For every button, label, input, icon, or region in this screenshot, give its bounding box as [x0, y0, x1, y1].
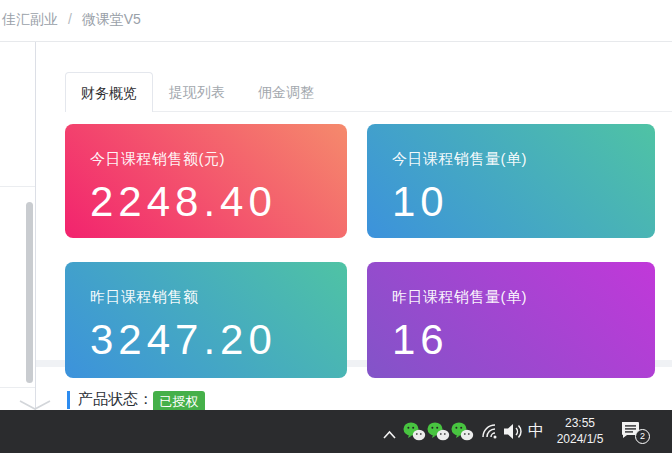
status-accent-bar: [67, 391, 70, 409]
breadcrumb: 佳汇副业 / 微课堂V5: [2, 11, 141, 29]
breadcrumb-separator: /: [68, 11, 72, 27]
card-today-sales-amount: 今日课程销售额(元) 2248.40: [65, 124, 347, 238]
clock-time: 23:55: [549, 415, 611, 431]
input-method-indicator[interactable]: 中: [528, 421, 544, 442]
notification-badge: 2: [635, 429, 650, 444]
card-label: 今日课程销售额(元): [90, 150, 322, 169]
sidebar-divider: [0, 387, 35, 388]
status-label: 产品状态：: [78, 390, 153, 409]
volume-icon[interactable]: [502, 423, 526, 444]
card-label: 昨日课程销售额: [90, 288, 322, 307]
action-center-icon[interactable]: 2: [620, 420, 653, 446]
tab-withdraw-list[interactable]: 提现列表: [169, 72, 225, 112]
hidden-icons-chevron-icon[interactable]: [382, 426, 397, 444]
sidebar-divider: [0, 186, 35, 187]
breadcrumb-bar: 佳汇副业 / 微课堂V5: [0, 0, 672, 42]
breadcrumb-item-current: 微课堂V5: [82, 11, 141, 27]
wechat-icon[interactable]: [427, 422, 450, 445]
clock-date: 2024/1/5: [549, 431, 611, 447]
sidebar: [0, 42, 36, 410]
screen: 佳汇副业 / 微课堂V5 财务概览 提现列表 佣金调整 今日课程销售额(元) 2…: [0, 0, 672, 453]
card-value: 2248.40: [90, 178, 322, 225]
wechat-icon[interactable]: [403, 422, 426, 445]
sidebar-scrollbar-thumb[interactable]: [26, 202, 33, 383]
card-yesterday-sales-amount: 昨日课程销售额 3247.20: [65, 262, 347, 378]
card-yesterday-sales-count: 昨日课程销售量(单) 16: [367, 262, 655, 378]
card-value: 16: [392, 316, 630, 363]
breadcrumb-item-parent[interactable]: 佳汇副业: [2, 11, 58, 27]
card-label: 今日课程销售量(单): [392, 150, 630, 169]
card-value: 10: [392, 178, 630, 225]
tab-finance-overview[interactable]: 财务概览: [65, 72, 153, 112]
tabs-bottom-border: [65, 111, 672, 112]
card-label: 昨日课程销售量(单): [392, 288, 630, 307]
taskbar: 中 23:55 2024/1/5 2: [0, 410, 672, 453]
network-signal-icon[interactable]: [478, 422, 500, 444]
tab-commission-adjust[interactable]: 佣金调整: [258, 72, 314, 112]
wechat-icon[interactable]: [451, 422, 474, 445]
card-value: 3247.20: [90, 316, 322, 363]
taskbar-clock[interactable]: 23:55 2024/1/5: [549, 415, 611, 447]
card-today-sales-count: 今日课程销售量(单) 10: [367, 124, 655, 238]
